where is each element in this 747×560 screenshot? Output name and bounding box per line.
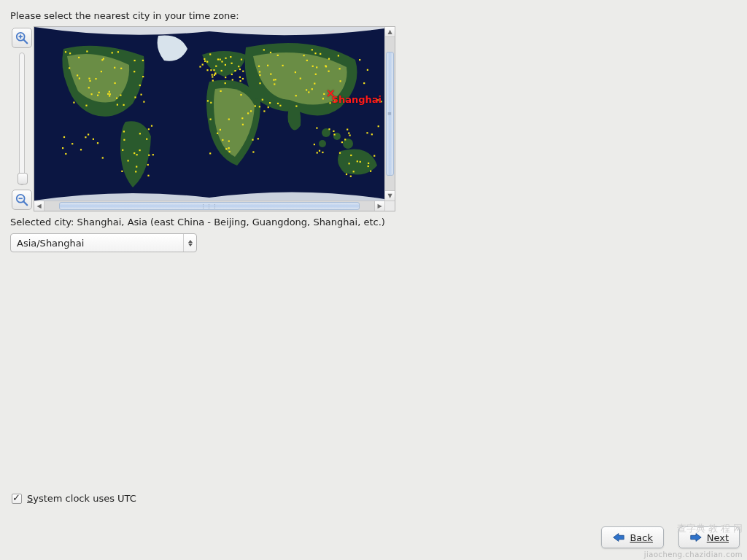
svg-rect-149 [259, 82, 260, 84]
svg-rect-215 [367, 69, 368, 71]
combobox-spinner-icon [183, 234, 196, 252]
timezone-prompt: Please select the nearest city in your t… [10, 10, 239, 21]
svg-rect-60 [123, 131, 125, 132]
scroll-down-arrow[interactable]: ▼ [385, 190, 395, 201]
svg-rect-26 [98, 92, 100, 93]
zoom-out-button[interactable] [12, 190, 32, 210]
svg-line-5 [23, 201, 27, 205]
svg-rect-134 [306, 60, 308, 61]
svg-rect-137 [316, 66, 317, 68]
back-button-label: Back [630, 532, 653, 543]
svg-rect-27 [73, 102, 74, 104]
svg-rect-70 [225, 64, 226, 66]
svg-rect-79 [242, 78, 244, 79]
svg-rect-144 [295, 95, 297, 96]
svg-rect-65 [148, 155, 150, 156]
svg-rect-139 [274, 83, 275, 85]
map-horizontal-scrollbar[interactable]: ◀ ⋮⋮⋮ ▶ [34, 201, 384, 211]
svg-rect-165 [308, 91, 309, 93]
svg-rect-148 [277, 55, 279, 56]
svg-rect-120 [241, 117, 243, 119]
svg-rect-30 [91, 93, 93, 95]
svg-rect-66 [128, 160, 129, 161]
timezone-map-widget: ▲ ≡ ▼ [10, 26, 395, 211]
svg-rect-91 [225, 77, 226, 78]
svg-rect-128 [207, 100, 209, 101]
world-map [34, 27, 384, 201]
svg-rect-56 [135, 171, 136, 172]
watermark-logo-text: 查字典 教 程 网 [677, 522, 743, 535]
svg-rect-205 [102, 157, 104, 158]
timezone-combobox[interactable]: Asia/Shanghai [10, 233, 197, 252]
svg-rect-155 [328, 58, 330, 60]
svg-rect-23 [88, 78, 90, 79]
svg-rect-138 [259, 74, 260, 76]
svg-rect-58 [123, 139, 125, 141]
svg-rect-211 [363, 82, 365, 84]
svg-rect-200 [63, 136, 65, 138]
zoom-slider-thumb[interactable] [18, 173, 28, 184]
svg-rect-74 [204, 58, 205, 60]
scroll-up-arrow[interactable]: ▲ [385, 27, 395, 37]
svg-rect-189 [339, 152, 341, 154]
svg-rect-49 [85, 105, 87, 106]
svg-rect-143 [275, 79, 276, 80]
svg-rect-171 [330, 102, 331, 104]
checkbox-box[interactable] [12, 494, 22, 504]
svg-rect-130 [263, 49, 265, 50]
map-frame: ▲ ≡ ▼ [34, 26, 395, 211]
svg-rect-204 [88, 133, 89, 135]
svg-rect-152 [323, 93, 325, 95]
svg-rect-184 [333, 133, 335, 135]
svg-rect-117 [225, 148, 227, 149]
svg-rect-208 [85, 136, 86, 138]
svg-rect-145 [267, 65, 268, 66]
svg-rect-32 [142, 60, 144, 61]
svg-rect-90 [221, 61, 222, 62]
svg-rect-24 [117, 51, 119, 52]
map-vertical-scrollbar[interactable]: ▲ ≡ ▼ [384, 27, 395, 201]
svg-rect-181 [348, 133, 349, 134]
svg-rect-126 [252, 151, 254, 152]
svg-rect-151 [306, 89, 307, 90]
zoom-in-button[interactable] [12, 28, 32, 48]
svg-rect-167 [340, 80, 341, 82]
svg-rect-38 [103, 58, 104, 59]
svg-rect-101 [221, 70, 222, 71]
svg-rect-140 [295, 106, 297, 107]
svg-rect-156 [270, 52, 271, 53]
svg-rect-180 [344, 139, 346, 140]
svg-rect-111 [250, 110, 252, 112]
svg-rect-31 [86, 50, 88, 52]
scroll-left-arrow[interactable]: ◀ [34, 201, 44, 211]
svg-rect-122 [210, 119, 212, 120]
system-clock-utc-checkbox[interactable]: System clock uses UTC [12, 493, 136, 504]
svg-rect-81 [232, 79, 233, 80]
svg-rect-142 [334, 101, 336, 102]
svg-rect-98 [209, 53, 211, 55]
back-button[interactable]: Back [601, 526, 664, 548]
svg-rect-193 [349, 163, 350, 164]
world-map-area[interactable]: ▲ ≡ ▼ [34, 27, 395, 201]
svg-rect-12 [134, 96, 136, 98]
scroll-right-arrow[interactable]: ▶ [374, 201, 384, 211]
svg-rect-48 [101, 71, 102, 72]
svg-rect-54 [146, 139, 147, 140]
zoom-slider[interactable] [19, 52, 25, 185]
svg-rect-136 [320, 53, 321, 55]
svg-rect-61 [121, 171, 123, 172]
svg-rect-35 [69, 52, 71, 54]
svg-rect-103 [212, 74, 213, 76]
svg-rect-20 [78, 57, 80, 58]
svg-rect-108 [252, 139, 253, 141]
svg-rect-53 [122, 149, 123, 151]
svg-rect-21 [116, 98, 117, 99]
svg-rect-202 [93, 139, 94, 140]
svg-point-10 [319, 140, 326, 147]
svg-rect-62 [136, 154, 138, 155]
svg-rect-68 [148, 128, 150, 130]
svg-rect-80 [199, 66, 201, 67]
svg-rect-37 [133, 71, 135, 72]
svg-rect-16 [120, 95, 121, 96]
svg-rect-175 [347, 129, 348, 131]
